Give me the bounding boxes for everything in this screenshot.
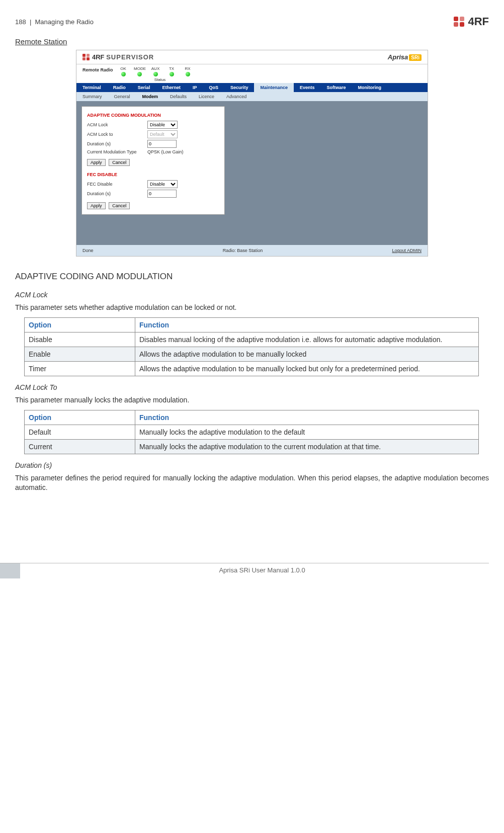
fec-section-title: FEC DISABLE	[87, 172, 219, 177]
logo-4rf: 4RF	[454, 15, 489, 28]
acm-heading: ADAPTIVE CODING AND MODULATION	[15, 272, 489, 282]
tab-maintenance[interactable]: Maintenance	[254, 83, 294, 92]
fec-duration-label: Duration (s)	[87, 191, 147, 196]
settings-panel: ADAPTIVE CODING MODULATION ACM Lock Disa…	[81, 106, 225, 215]
page-header-left: 188 | Managing the Radio	[15, 18, 94, 26]
duration-desc: This parameter defines the period requir…	[15, 473, 489, 492]
logout-link[interactable]: Logout ADMIN	[392, 248, 422, 253]
tab-security[interactable]: Security	[224, 83, 255, 92]
tab-monitoring[interactable]: Monitoring	[352, 83, 388, 92]
tab-software[interactable]: Software	[321, 83, 352, 92]
table-row: Default Manually locks the adaptive modu…	[25, 425, 479, 439]
supervisor-logo: 4RF SUPERVISOR	[82, 53, 154, 61]
supervisor-text: SUPERVISOR	[106, 53, 154, 61]
led-tx-icon	[170, 72, 174, 76]
acm-lock-to-title: ACM Lock To	[15, 383, 489, 391]
table-row: Enable Allows the adaptive modulation to…	[25, 347, 479, 361]
duration-input[interactable]	[147, 140, 177, 148]
acm-section-title: ADAPTIVE CODING MODULATION	[87, 113, 219, 118]
logo-text: 4RF	[468, 15, 489, 28]
led-aux-icon	[153, 72, 158, 76]
cancel-button[interactable]: Cancel	[109, 202, 130, 209]
tab-serial[interactable]: Serial	[132, 83, 156, 92]
apply-button[interactable]: Apply	[87, 159, 106, 166]
acm-lock-to-desc: This parameter manually locks the adapti…	[15, 395, 489, 405]
tab-events[interactable]: Events	[294, 83, 321, 92]
acm-lock-to-table: Option Function Default Manually locks t…	[24, 410, 479, 454]
apply-button[interactable]: Apply	[87, 202, 106, 209]
tab-ethernet[interactable]: Ethernet	[156, 83, 187, 92]
logo-dots-icon	[454, 17, 465, 27]
led-mode-icon	[137, 72, 142, 76]
status-leds: OK MODE AUX TX RX	[118, 66, 193, 82]
section-remote-station: Remote Station	[15, 37, 489, 46]
table-row: Current Manually locks the adaptive modu…	[25, 439, 479, 454]
status-label: Status	[127, 77, 193, 82]
breadcrumb: Managing the Radio	[35, 18, 94, 26]
subtab-licence[interactable]: Licence	[193, 92, 220, 101]
nav-main: Terminal Radio Serial Ethernet IP QoS Se…	[76, 83, 428, 92]
footer-radio: Radio: Base Station	[223, 248, 263, 253]
acm-lock-select[interactable]: Disable	[147, 121, 178, 129]
acm-lock-desc: This parameter sets whether adaptive mod…	[15, 303, 489, 312]
logo-dots-icon	[82, 54, 90, 60]
tab-terminal[interactable]: Terminal	[76, 83, 107, 92]
tab-radio[interactable]: Radio	[107, 83, 132, 92]
table-row: Timer Allows the adaptive modulation to …	[25, 361, 479, 376]
fec-disable-select[interactable]: Disable	[147, 180, 178, 188]
led-ok-icon	[121, 72, 126, 76]
subtab-defaults[interactable]: Defaults	[164, 92, 193, 101]
cmt-value: QPSK (Low Gain)	[147, 149, 184, 154]
footer-gray-block	[0, 563, 20, 578]
acm-lock-to-label: ACM Lock to	[87, 132, 147, 137]
remote-radio-label: Remote Radio	[82, 66, 118, 72]
subtab-general[interactable]: General	[108, 92, 136, 101]
fec-disable-label: FEC Disable	[87, 182, 147, 187]
col-function: Function	[135, 410, 479, 425]
screenshot-footer: Done Radio: Base Station Logout ADMIN	[76, 245, 428, 256]
cancel-button[interactable]: Cancel	[109, 159, 130, 166]
acm-lock-label: ACM Lock	[87, 122, 147, 127]
col-option: Option	[25, 410, 135, 425]
acm-lock-to-select[interactable]: Default	[147, 130, 178, 138]
led-rx-icon	[186, 72, 190, 76]
page-number: 188	[15, 18, 26, 26]
duration-label: Duration (s)	[87, 141, 147, 146]
subtab-modem[interactable]: Modem	[136, 92, 164, 101]
footer-done: Done	[82, 248, 94, 253]
supervisor-screenshot: 4RF SUPERVISOR AprisaSRi Remote Radio OK…	[76, 50, 428, 257]
table-row: Disable Disables manual locking of the a…	[25, 332, 479, 347]
cmt-label: Current Modulation Type	[87, 149, 147, 154]
subtab-advanced[interactable]: Advanced	[220, 92, 253, 101]
col-function: Function	[135, 317, 479, 332]
subtab-summary[interactable]: Summary	[76, 92, 108, 101]
tab-qos[interactable]: QoS	[203, 83, 224, 92]
aprisa-badge: AprisaSRi	[388, 53, 422, 61]
tab-ip[interactable]: IP	[187, 83, 203, 92]
fec-duration-input[interactable]	[147, 190, 177, 198]
acm-lock-table: Option Function Disable Disables manual …	[24, 317, 479, 376]
nav-sub: Summary General Modem Defaults Licence A…	[76, 92, 428, 101]
footer-text: Aprisa SRi User Manual 1.0.0	[20, 563, 504, 578]
col-option: Option	[25, 317, 135, 332]
acm-lock-title: ACM Lock	[15, 291, 489, 299]
duration-title: Duration (s)	[15, 461, 489, 469]
